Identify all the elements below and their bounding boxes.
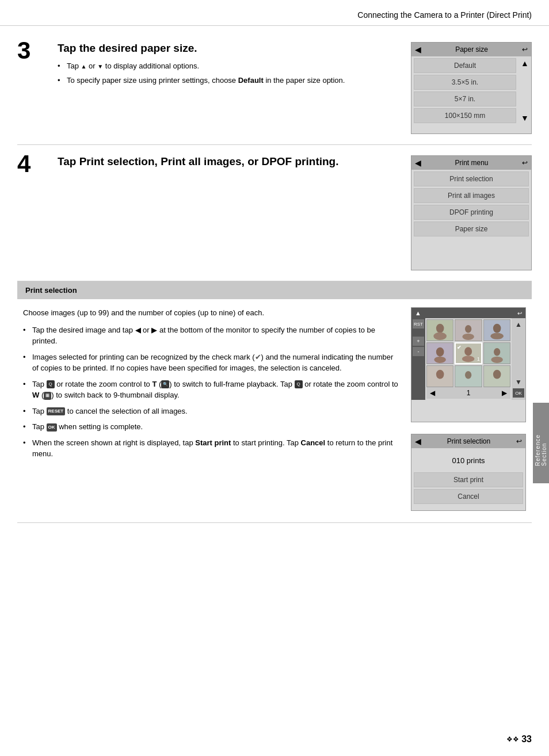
step-4-section: 4 Tap Print selection, Print all images,… xyxy=(17,145,532,281)
thumb-1[interactable] xyxy=(426,319,453,341)
thumb-3[interactable] xyxy=(483,319,510,341)
step-4-title: Tap Print selection, Print all images, o… xyxy=(58,155,399,168)
header-title: Connecting the Camera to a Printer (Dire… xyxy=(357,10,532,20)
paper-size-5x7[interactable]: 5×7 in. xyxy=(414,91,516,106)
zoom-in-btn[interactable]: + xyxy=(413,337,424,346)
ps-bullets: Tap the desired image and tap ◀ or ▶ at … xyxy=(23,324,399,460)
step-3-section: 3 Tap the desired paper size. Tap ▲ or ▼… xyxy=(17,32,532,145)
thumb-7[interactable] xyxy=(426,365,453,387)
ps-bullet-6: When the screen shown at right is displa… xyxy=(23,437,399,460)
thumbnail-grid-ui: ▲ ↩ RST + - xyxy=(411,307,526,422)
ps-bullet-4: Tap RESET to cancel the selection of all… xyxy=(23,406,399,417)
svg-point-11 xyxy=(434,357,445,363)
svg-point-1 xyxy=(436,324,444,333)
thumb-5[interactable]: ✔ 1 xyxy=(455,342,482,364)
svg-point-21 xyxy=(465,371,471,379)
start-print-btn[interactable]: Start print xyxy=(414,472,523,487)
step-3-number: 3 xyxy=(17,39,46,63)
ps-content: Choose images (up to 99) and the number … xyxy=(17,307,532,511)
svg-point-4 xyxy=(465,325,471,333)
thumb-9[interactable] xyxy=(483,365,510,387)
ps-bullet-5: Tap OK when setting is complete. xyxy=(23,421,399,433)
paper-size-3x5[interactable]: 3.5×5 in. xyxy=(414,75,516,90)
prints-count: 010 prints xyxy=(411,448,525,471)
print-menu-ui: ◀ Print menu ↩ Print selection Print all… xyxy=(411,155,532,270)
page: Connecting the Camera to a Printer (Dire… xyxy=(0,0,549,756)
menu-print-selection[interactable]: Print selection xyxy=(414,171,529,186)
ps-intro: Choose images (up to 99) and the number … xyxy=(23,307,399,319)
main-content: 3 Tap the desired paper size. Tap ▲ or ▼… xyxy=(0,26,549,529)
paper-size-ui: ◀ Paper size ↩ Default 3.5×5 in. 5×7 in.… xyxy=(411,42,532,134)
print-selection-bottom-ui: ◀ Print selection ↩ 010 prints Start pri… xyxy=(411,434,526,511)
zoom-out-btn[interactable]: - xyxy=(413,347,424,356)
footer-icon: ❖❖ xyxy=(506,735,519,743)
step-3-body: Tap the desired paper size. Tap ▲ or ▼ t… xyxy=(58,42,399,89)
thumb-ui-header: ▲ ↩ xyxy=(411,308,525,318)
svg-point-8 xyxy=(490,333,504,339)
ps-text: Choose images (up to 99) and the number … xyxy=(23,307,399,511)
print-menu-header: ◀ Print menu ↩ xyxy=(411,156,531,170)
print-selection-section: Print selection Choose images (up to 99)… xyxy=(17,281,532,523)
reset-btn[interactable]: RST xyxy=(413,319,424,329)
menu-dpof[interactable]: DPOF printing xyxy=(414,205,529,220)
menu-print-all[interactable]: Print all images xyxy=(414,188,529,203)
thumb-6[interactable] xyxy=(483,342,510,364)
svg-point-19 xyxy=(436,370,444,379)
svg-point-14 xyxy=(462,356,475,362)
svg-point-16 xyxy=(494,348,500,356)
ps-bottom-header: ◀ Print selection ↩ xyxy=(411,434,525,448)
thumb-bottom: ◀ 1 ▶ xyxy=(426,387,510,399)
step-4-number: 4 xyxy=(17,152,46,176)
paper-size-100x150[interactable]: 100×150 mm xyxy=(414,108,516,123)
step-3-bullet-2: To specify paper size using printer sett… xyxy=(58,75,399,86)
ps-bullet-3: Tap Q or rotate the zoom control to T (🔍… xyxy=(23,379,399,401)
thumb-8[interactable] xyxy=(455,365,482,387)
paper-size-default[interactable]: Default xyxy=(414,58,516,73)
cancel-btn[interactable]: Cancel xyxy=(414,489,523,504)
svg-point-5 xyxy=(463,334,474,340)
thumb-2[interactable] xyxy=(455,319,482,341)
step-4-body: Tap Print selection, Print all images, o… xyxy=(58,155,399,174)
thumb-4[interactable] xyxy=(426,342,453,364)
ps-bullet-1: Tap the desired image and tap ◀ or ▶ at … xyxy=(23,324,399,347)
menu-paper-size[interactable]: Paper size xyxy=(414,222,529,236)
svg-point-23 xyxy=(493,370,501,379)
step-3-title: Tap the desired paper size. xyxy=(58,42,399,55)
svg-point-17 xyxy=(491,357,502,363)
ps-bullet-2: Images selected for printing can be reco… xyxy=(23,352,399,374)
page-header: Connecting the Camera to a Printer (Dire… xyxy=(0,0,549,26)
svg-point-10 xyxy=(436,348,444,357)
svg-point-2 xyxy=(433,332,447,340)
reference-section-tab: Reference Section xyxy=(533,403,549,483)
paper-size-ui-header: ◀ Paper size ↩ xyxy=(411,43,531,56)
step-3-bullets: Tap ▲ or ▼ to display additional options… xyxy=(58,60,399,86)
svg-point-13 xyxy=(464,347,472,356)
print-selection-header: Print selection xyxy=(17,281,532,299)
svg-point-7 xyxy=(493,324,501,333)
step-3-bullet-1: Tap ▲ or ▼ to display additional options… xyxy=(58,60,399,72)
footer-page: 33 xyxy=(521,734,532,744)
footer: ❖❖ 33 xyxy=(506,734,532,744)
ok-btn[interactable]: OK xyxy=(513,388,524,398)
